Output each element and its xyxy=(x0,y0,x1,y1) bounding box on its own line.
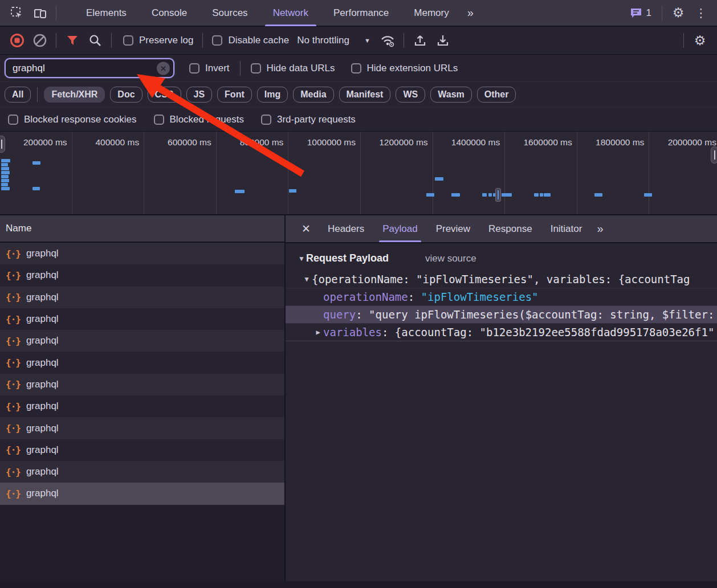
blocked-requests-checkbox[interactable]: Blocked requests xyxy=(154,114,244,125)
search-icon[interactable] xyxy=(84,30,107,51)
filter-row: ✕ Invert Hide data URLs Hide extension U… xyxy=(0,55,717,82)
record-network-log-button[interactable] xyxy=(6,30,28,51)
request-list: {·}graphql{·}graphql{·}graphql{·}graphql… xyxy=(0,243,284,505)
device-toolbar-icon[interactable] xyxy=(28,3,51,23)
chip-ws[interactable]: WS xyxy=(396,87,425,103)
tab-console[interactable]: Console xyxy=(139,0,199,26)
filter-input[interactable] xyxy=(13,63,154,74)
timeline-left-grip[interactable] xyxy=(0,136,5,153)
disable-cache-checkbox[interactable]: Disable cache xyxy=(212,35,289,46)
throttling-dropdown[interactable]: No throttling ▼ xyxy=(297,35,370,46)
hide-extension-urls-label: Hide extension URLs xyxy=(367,63,458,74)
request-row[interactable]: {·}graphql xyxy=(0,483,284,504)
request-row[interactable]: {·}graphql xyxy=(0,439,284,461)
tab-network[interactable]: Network xyxy=(260,0,321,26)
name-column-header[interactable]: Name xyxy=(0,215,284,243)
more-tabs-icon[interactable]: » xyxy=(462,6,478,19)
request-timing-bar xyxy=(451,193,460,197)
tab-payload[interactable]: Payload xyxy=(373,215,426,242)
network-conditions-icon[interactable] xyxy=(376,30,399,51)
chip-font[interactable]: Font xyxy=(217,87,252,103)
tab-headers[interactable]: Headers xyxy=(319,215,373,242)
timeline-column: 1200000 ms xyxy=(361,132,433,214)
request-row[interactable]: {·}graphql xyxy=(0,461,284,483)
network-settings-gear-icon[interactable]: ⚙ xyxy=(689,30,711,51)
request-row[interactable]: {·}graphql xyxy=(0,308,284,330)
tab-performance[interactable]: Performance xyxy=(321,0,401,26)
inspect-element-icon[interactable] xyxy=(6,3,28,23)
clear-filter-icon[interactable]: ✕ xyxy=(157,62,170,75)
details-more-tabs-icon[interactable]: » xyxy=(591,222,608,235)
third-party-requests-label: 3rd-party requests xyxy=(277,114,356,125)
blocked-response-cookies-checkbox[interactable]: Blocked response cookies xyxy=(8,114,137,125)
request-row[interactable]: {·}graphql xyxy=(0,417,284,439)
tab-elements[interactable]: Elements xyxy=(74,0,139,26)
payload-query-row[interactable]: query: "query ipFlowTimeseries($accountT… xyxy=(286,305,717,323)
tab-response[interactable]: Response xyxy=(479,215,541,242)
json-braces-icon: {·} xyxy=(6,488,21,499)
throttling-value: No throttling xyxy=(297,35,349,46)
payload-preview-row[interactable]: ▼{operationName: "ipFlowTimeseries", var… xyxy=(286,270,717,288)
settings-gear-icon[interactable]: ⚙ xyxy=(667,3,690,23)
payload-preview-text: {operationName: "ipFlowTimeseries", vari… xyxy=(312,273,690,285)
request-row[interactable]: {·}graphql xyxy=(0,352,284,373)
tab-sources[interactable]: Sources xyxy=(199,0,260,26)
preserve-log-checkbox[interactable]: Preserve log xyxy=(123,35,193,46)
clear-network-log-button[interactable] xyxy=(28,30,51,51)
chip-img[interactable]: Img xyxy=(257,87,288,103)
chip-manifest[interactable]: Manifest xyxy=(339,87,391,103)
close-icon[interactable]: ✕ xyxy=(294,222,319,235)
divider xyxy=(56,6,56,21)
timeline-tick-label: 1600000 ms xyxy=(505,132,577,148)
request-payload-section[interactable]: ▼ Request Payload xyxy=(298,252,389,264)
request-name: graphql xyxy=(26,401,59,412)
json-braces-icon: {·} xyxy=(6,292,21,303)
chip-all[interactable]: All xyxy=(5,87,31,103)
request-timing-bar xyxy=(32,161,40,165)
third-party-requests-checkbox[interactable]: 3rd-party requests xyxy=(261,114,356,125)
issues-button[interactable]: 1 xyxy=(630,7,651,19)
request-row[interactable]: {·}graphql xyxy=(0,264,284,286)
checkbox xyxy=(261,115,271,125)
import-har-icon[interactable] xyxy=(409,30,431,51)
request-row[interactable]: {·}graphql xyxy=(0,374,284,395)
timeline-column: 600000 ms xyxy=(144,132,217,214)
payload-variables-row[interactable]: ▶variables: {accountTag: "b12e3b2192ee55… xyxy=(286,323,717,341)
json-key: operationName xyxy=(323,291,408,303)
timeline-column: 2000000 ms xyxy=(649,132,717,214)
tab-initiator[interactable]: Initiator xyxy=(541,215,592,242)
request-row[interactable]: {·}graphql xyxy=(0,330,284,352)
timeline-right-grip[interactable] xyxy=(711,146,717,164)
chip-wasm[interactable]: Wasm xyxy=(430,87,472,103)
filter-icon[interactable] xyxy=(61,30,84,51)
export-har-icon[interactable] xyxy=(431,30,454,51)
request-name: graphql xyxy=(26,357,59,369)
invert-checkbox[interactable]: Invert xyxy=(189,63,230,74)
request-timing-bar xyxy=(435,177,443,181)
request-row[interactable]: {·}graphql xyxy=(0,287,284,308)
chip-js[interactable]: JS xyxy=(186,87,213,103)
name-column-label: Name xyxy=(6,223,31,234)
chip-media[interactable]: Media xyxy=(293,87,333,103)
json-braces-icon: {·} xyxy=(6,336,21,346)
payload-operation-row[interactable]: operationName: "ipFlowTimeseries" xyxy=(286,288,717,305)
chip-other[interactable]: Other xyxy=(477,87,516,103)
chip-css[interactable]: CSS xyxy=(148,87,181,103)
blocked-response-cookies-label: Blocked response cookies xyxy=(24,114,137,125)
request-row[interactable]: {·}graphql xyxy=(0,395,284,417)
chip-fetch-xhr[interactable]: Fetch/XHR xyxy=(44,87,105,103)
chip-doc[interactable]: Doc xyxy=(110,87,142,103)
request-row[interactable]: {·}graphql xyxy=(0,243,284,264)
view-source-link[interactable]: view source xyxy=(425,253,476,264)
json-braces-icon: {·} xyxy=(6,270,21,281)
tab-preview[interactable]: Preview xyxy=(427,215,479,242)
details-tabbar: ✕ HeadersPayloadPreviewResponseInitiator… xyxy=(286,215,717,243)
tab-memory[interactable]: Memory xyxy=(401,0,461,26)
hide-data-urls-checkbox[interactable]: Hide data URLs xyxy=(251,63,335,74)
network-overview-timeline[interactable]: 200000 ms400000 ms600000 ms800000 ms1000… xyxy=(0,132,717,215)
timeline-selection-marker[interactable] xyxy=(495,188,501,202)
request-timing-bar xyxy=(1,175,9,178)
hide-extension-urls-checkbox[interactable]: Hide extension URLs xyxy=(351,63,458,74)
kebab-menu-icon[interactable]: ⋮ xyxy=(690,3,712,23)
payload-panel: ▼ Request Payload view source ▼{operatio… xyxy=(286,243,717,586)
